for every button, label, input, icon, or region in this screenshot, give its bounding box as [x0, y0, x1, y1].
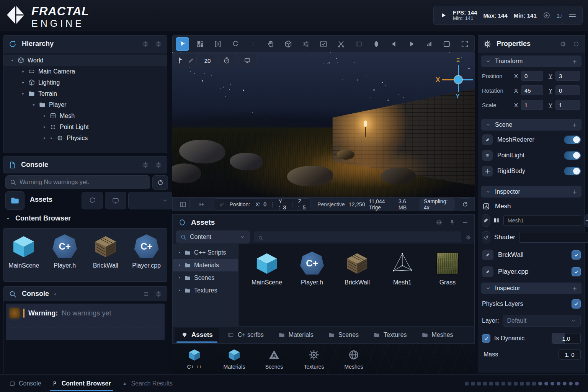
display-button[interactable] [238, 54, 256, 67]
plus-icon[interactable] [572, 121, 578, 128]
asset-grid-item-grass[interactable]: Grass [433, 251, 462, 326]
hierarchy-item-physics[interactable]: Physics [3, 132, 167, 144]
position-x-input[interactable] [521, 71, 543, 81]
assets-tab-assets[interactable]: Assets [175, 328, 219, 342]
panel-toggle-button[interactable] [176, 199, 190, 210]
gear-icon[interactable] [142, 40, 149, 48]
hand-tool-button[interactable] [264, 37, 277, 51]
cube-tool-button[interactable] [281, 37, 295, 51]
axis-gizmo[interactable]: X Ξ IZ Y [440, 62, 475, 98]
cut-tool-button[interactable] [335, 37, 348, 51]
gear-icon[interactable] [155, 161, 162, 169]
gear-icon[interactable] [142, 161, 149, 169]
assets-tab-scenes[interactable]: Scenes [322, 328, 365, 342]
is-dynamic-value-input[interactable] [552, 333, 581, 344]
fullscreen-tool-button[interactable] [458, 37, 471, 51]
indicator-dot[interactable] [575, 382, 579, 385]
mesh-name-input[interactable] [503, 215, 581, 226]
projection-label[interactable]: Pensjective [317, 201, 345, 207]
assets-tab-meshes[interactable]: Meshes [415, 328, 459, 342]
bottom-tab-search-results[interactable]: Search Results [122, 375, 173, 392]
warning-row[interactable]: Warning: No warnings yet [10, 308, 111, 318]
play-flag-icon[interactable] [177, 57, 185, 64]
meshrederer-toggle[interactable] [564, 136, 581, 144]
assets-display-button[interactable] [105, 192, 126, 209]
viewport-3d-scene[interactable]: X Ξ IZ Y [172, 52, 475, 197]
plus-icon[interactable] [572, 58, 578, 65]
content-browser-header[interactable]: Content Browser [5, 214, 71, 222]
caret-right-icon[interactable] [48, 136, 55, 140]
capsule-tool-button[interactable] [370, 37, 383, 51]
indicator-dot[interactable] [471, 382, 475, 385]
dock-item-materials[interactable]: Materials [222, 348, 247, 370]
sampling-selector[interactable]: Sampling: 4x [420, 198, 455, 211]
indicator-dot[interactable] [508, 382, 511, 385]
caret-right-icon[interactable] [176, 250, 183, 255]
caret-right-icon[interactable] [176, 276, 183, 280]
scene-section-header[interactable]: Scene [481, 119, 581, 131]
pin-icon[interactable] [448, 219, 456, 226]
asset-grid-item-mainscene[interactable]: MainScene [252, 251, 281, 326]
indicator-dot[interactable] [526, 382, 530, 385]
dock-item-scenes[interactable]: AScenes [262, 348, 286, 370]
console-search-input[interactable] [5, 175, 150, 189]
caret-right-icon[interactable] [176, 288, 183, 292]
next-tool-button[interactable] [405, 37, 418, 51]
rotation-y-input[interactable] [555, 85, 580, 95]
gear-icon[interactable] [155, 40, 162, 48]
brckwall-checkbox[interactable] [572, 250, 581, 260]
rotation-x-input[interactable] [521, 85, 543, 95]
gear-icon[interactable] [155, 290, 162, 298]
gear-icon[interactable] [435, 219, 443, 226]
indicator-dot[interactable] [532, 382, 536, 385]
window-tool-button[interactable] [440, 37, 454, 51]
assets-tab-textures[interactable]: Textures [367, 328, 413, 342]
mesh-remove-button[interactable] [584, 214, 588, 227]
bottom-tab-content-browser[interactable]: Content Browser [52, 375, 111, 392]
hamburger-menu-button[interactable] [562, 6, 583, 25]
gear-icon[interactable] [465, 234, 471, 240]
assets-tab-c-scrfbs[interactable]: C+ scrfbs [221, 328, 270, 342]
frame-rate-box[interactable]: 20 [200, 54, 215, 67]
assets-folder-button[interactable] [5, 191, 24, 210]
mass-value-input[interactable] [559, 349, 581, 360]
layer-dropdown[interactable]: Default [503, 315, 581, 327]
player-cpp-checkbox[interactable] [572, 267, 581, 276]
caret-down-icon[interactable] [30, 103, 37, 107]
more-vertical-tool-button[interactable] [246, 37, 260, 51]
asset-grid-item-mesh1[interactable]: Mesh1 [388, 251, 417, 326]
history-icon[interactable] [572, 40, 580, 48]
pen-icon[interactable] [188, 57, 194, 64]
caret-right-icon[interactable] [41, 114, 48, 118]
hierarchy-item-world[interactable]: World [3, 55, 167, 66]
caret-right-icon[interactable] [41, 136, 48, 140]
layout-tool-button[interactable] [193, 37, 207, 51]
indicator-dot[interactable] [495, 382, 499, 385]
indicator-dot[interactable] [489, 382, 493, 385]
indicator-dot[interactable] [514, 382, 518, 385]
sliders-tool-button[interactable] [299, 37, 312, 51]
hierarchy-item-mesh[interactable]: Mesh [3, 110, 167, 121]
console-refresh-button[interactable] [152, 175, 168, 190]
caret-right-icon[interactable] [176, 263, 183, 267]
dock-item-meshes[interactable]: Meshes [341, 348, 366, 370]
content-source-dropdown[interactable]: Content [176, 230, 250, 243]
dock-item-textures[interactable]: Textures [302, 348, 326, 370]
rotate-tool-button[interactable] [211, 37, 224, 51]
caret-right-icon[interactable] [41, 125, 48, 129]
mesh-paint-button[interactable] [482, 214, 490, 227]
timer-button[interactable] [218, 54, 235, 67]
indicator-dot[interactable] [563, 382, 567, 385]
position-y-input[interactable] [555, 71, 580, 81]
content-browser-item-player.cpp[interactable]: C+Player.cpp [128, 234, 165, 269]
caret-right-icon[interactable] [20, 69, 26, 74]
inspector2-section-header[interactable]: Inspector [481, 283, 581, 294]
volume-tool-button[interactable] [423, 37, 436, 51]
indicator-dot[interactable] [544, 382, 548, 385]
prev-tool-button[interactable] [387, 37, 401, 51]
hierarchy-item-lighting[interactable]: Lighting [3, 77, 167, 88]
plus-circle-icon[interactable] [543, 11, 550, 19]
hierarchy-item-terrain[interactable]: Terrain [3, 88, 167, 99]
indicator-dot[interactable] [477, 382, 481, 385]
gear-icon[interactable] [559, 40, 567, 48]
